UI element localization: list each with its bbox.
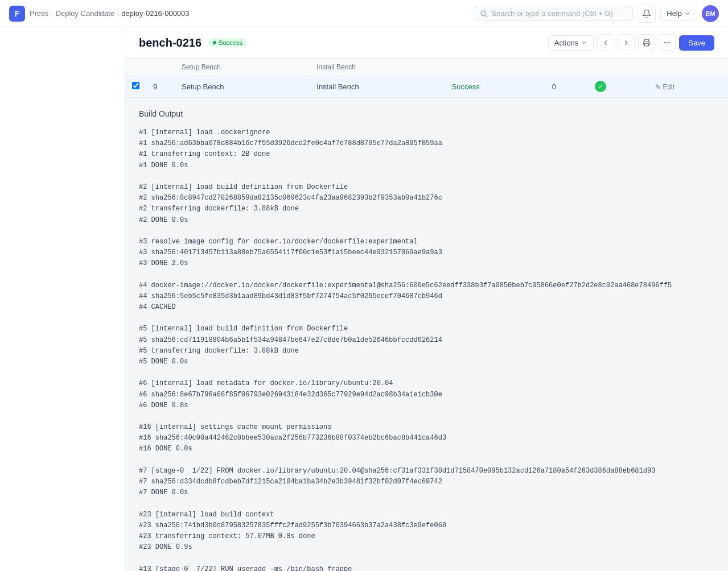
actions-button[interactable]: Actions — [548, 35, 594, 51]
th-edit — [648, 59, 728, 76]
page-header: bench-0216 Success Actions Save — [125, 27, 728, 59]
check-success-icon: ✓ — [595, 81, 606, 92]
help-label: Help — [667, 9, 682, 18]
breadcrumb-current: deploy-0216-000003 — [121, 9, 189, 18]
row-setup-text: Setup Bench — [182, 82, 224, 91]
main-content: bench-0216 Success Actions Save — [125, 27, 728, 571]
actions-label: Actions — [554, 39, 579, 47]
prev-button[interactable] — [597, 34, 614, 51]
row-checkbox-cell[interactable] — [125, 76, 146, 97]
th-count — [545, 59, 588, 76]
chevron-down-icon — [581, 39, 587, 46]
notifications-button[interactable] — [637, 5, 656, 23]
steps-table: Setup Bench Install Bench 9 Setup Bench — [125, 59, 728, 97]
row-check-cell: ✓ — [588, 76, 648, 97]
th-num — [146, 59, 175, 76]
row-count: 0 — [552, 82, 556, 91]
svg-rect-1 — [645, 43, 649, 46]
help-button[interactable]: Help — [660, 6, 697, 21]
search-icon — [480, 10, 488, 18]
breadcrumb-sep-2: › — [117, 9, 119, 18]
sidebar — [0, 27, 125, 571]
more-button[interactable] — [659, 34, 676, 51]
breadcrumb-sep-1: › — [51, 9, 53, 18]
row-install-text: Install Bench — [316, 82, 359, 91]
search-box[interactable]: Search or type a command (Ctrl + G) — [474, 6, 633, 21]
build-output-content: #1 [internal] load .dockerignore #1 sha2… — [139, 127, 714, 571]
search-placeholder: Search or type a command (Ctrl + G) — [491, 9, 613, 18]
row-status-cell: Success — [445, 76, 545, 97]
ellipsis-icon — [663, 39, 671, 47]
next-button[interactable] — [618, 34, 635, 51]
breadcrumb-press[interactable]: Press — [30, 9, 48, 18]
th-install-bench: Install Bench — [310, 59, 445, 76]
svg-point-0 — [481, 11, 486, 15]
edit-link[interactable]: ✎ Edit — [655, 83, 674, 91]
build-output-title: Build Output — [139, 109, 714, 118]
status-dot — [213, 41, 216, 44]
print-button[interactable] — [638, 34, 655, 51]
topnav-right: Search or type a command (Ctrl + G) Help… — [474, 5, 719, 23]
header-actions: Actions Save — [548, 34, 714, 51]
table-row: 9 Setup Bench Install Bench Success 0 ✓ — [125, 76, 728, 97]
page-title: bench-0216 — [139, 36, 201, 49]
svg-point-2 — [665, 42, 665, 43]
th-check — [588, 59, 648, 76]
chevron-down-icon — [684, 10, 691, 17]
breadcrumb: Press › Deploy Candidate › deploy-0216-0… — [30, 9, 190, 18]
bell-icon — [642, 9, 651, 18]
edit-label: Edit — [663, 83, 674, 91]
row-count-cell: 0 — [545, 76, 588, 97]
table-header-row: Setup Bench Install Bench — [125, 59, 728, 76]
row-checkbox[interactable] — [132, 82, 139, 89]
row-edit-cell[interactable]: ✎ Edit — [648, 76, 728, 97]
row-setup-cell: Setup Bench — [175, 76, 310, 97]
svg-point-4 — [669, 42, 670, 43]
th-status — [445, 59, 545, 76]
table-container: Setup Bench Install Bench 9 Setup Bench — [125, 59, 728, 98]
status-text: Success — [219, 39, 242, 46]
save-button[interactable]: Save — [679, 35, 714, 51]
avatar[interactable]: BM — [702, 5, 719, 22]
row-num-cell: 9 — [146, 76, 175, 97]
chevron-right-icon — [622, 39, 630, 47]
printer-icon — [643, 39, 651, 47]
breadcrumb-deploy-candidate[interactable]: Deploy Candidate — [56, 9, 114, 18]
app-logo[interactable]: F — [9, 6, 25, 22]
th-checkbox — [125, 59, 146, 76]
chevron-left-icon — [602, 39, 610, 47]
status-badge: Success — [208, 38, 247, 47]
build-output-section: Build Output #1 [internal] load .dockeri… — [125, 98, 728, 571]
row-status-text: Success — [452, 82, 480, 91]
svg-point-3 — [667, 42, 668, 43]
th-setup-bench: Setup Bench — [175, 59, 310, 76]
row-install-cell: Install Bench — [310, 76, 445, 97]
topnav: F Press › Deploy Candidate › deploy-0216… — [0, 0, 728, 27]
logo-text: F — [15, 9, 20, 18]
